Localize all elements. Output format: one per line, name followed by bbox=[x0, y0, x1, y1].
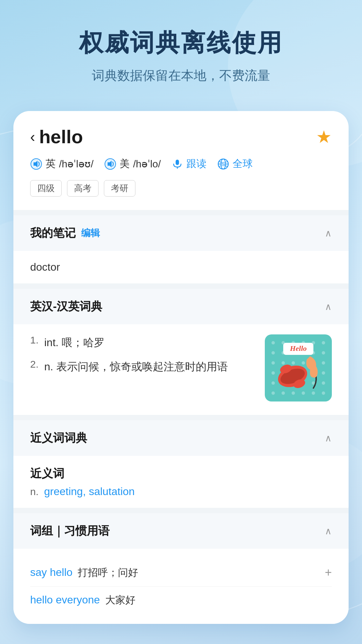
svg-point-27 bbox=[282, 361, 285, 365]
tags-row: 四级 高考 考研 bbox=[30, 180, 332, 197]
def-num-2: 2. bbox=[30, 359, 40, 370]
phrase-cn-1: 打招呼；问好 bbox=[78, 566, 138, 580]
pronunciation-row: 英 /həˈləʊ/ 美 /həˈlo/ 跟 bbox=[30, 157, 332, 171]
svg-point-47 bbox=[302, 391, 305, 395]
divider-4 bbox=[13, 508, 349, 513]
svg-point-31 bbox=[322, 361, 325, 365]
star-icon[interactable]: ★ bbox=[316, 127, 332, 147]
divider-3 bbox=[13, 415, 349, 420]
notes-section-header[interactable]: 我的笔记 编辑 ∧ bbox=[13, 215, 349, 251]
svg-point-14 bbox=[272, 341, 275, 344]
tag-kaoyan: 考研 bbox=[104, 180, 135, 197]
notes-section: 我的笔记 编辑 ∧ doctor bbox=[13, 215, 349, 283]
svg-point-48 bbox=[312, 391, 315, 395]
def-num-1: 1. bbox=[30, 334, 40, 346]
synonym-label: 近义词 bbox=[30, 466, 332, 481]
phrase-left-1: say hello 打招呼；问好 bbox=[30, 566, 138, 580]
follow-read[interactable]: 跟读 bbox=[172, 157, 206, 171]
svg-point-46 bbox=[292, 391, 295, 395]
synonym-words[interactable]: greeting, salutation bbox=[44, 485, 134, 497]
dictionary-section-header[interactable]: 英汉-汉英词典 ∧ bbox=[13, 289, 349, 324]
dictionary-content: 1. int. 喂；哈罗 2. n. 表示问候，惊奇或唤起注意时的用语 bbox=[13, 324, 349, 415]
svg-rect-7 bbox=[176, 160, 179, 165]
notes-content: doctor bbox=[13, 251, 349, 283]
synonyms-content: 近义词 n. greeting, salutation bbox=[13, 456, 349, 508]
british-speaker-icon bbox=[30, 158, 42, 170]
svg-point-20 bbox=[272, 351, 275, 355]
american-label: 美 bbox=[120, 157, 130, 171]
american-pronunciation[interactable]: 美 /həˈlo/ bbox=[104, 157, 161, 171]
synonyms-chevron: ∧ bbox=[325, 433, 332, 444]
note-text: doctor bbox=[30, 261, 60, 273]
global-label: 全球 bbox=[233, 157, 253, 171]
phrases-section: 词组｜习惯用语 ∧ say hello 打招呼；问好 + hello every… bbox=[13, 513, 349, 624]
svg-point-44 bbox=[272, 391, 275, 395]
divider-1 bbox=[13, 210, 349, 215]
synonyms-section-header[interactable]: 近义词词典 ∧ bbox=[13, 420, 349, 456]
dictionary-chevron: ∧ bbox=[325, 301, 332, 312]
phrase-left-2: hello everyone 大家好 bbox=[30, 593, 135, 607]
phrases-section-header[interactable]: 词组｜习惯用语 ∧ bbox=[13, 513, 349, 549]
global-item[interactable]: 全球 bbox=[217, 157, 253, 171]
svg-text:Hello: Hello bbox=[290, 344, 307, 353]
phrase-item-2: hello everyone 大家好 bbox=[30, 587, 332, 614]
dictionary-card: ‹ hello ★ 英 /həˈləʊ/ bbox=[13, 111, 349, 624]
svg-point-45 bbox=[282, 391, 285, 395]
british-label: 英 bbox=[46, 157, 56, 171]
top-section: 权威词典离线使用 词典数据保留在本地，不费流量 bbox=[0, 0, 362, 104]
def-text-1: int. 喂；哈罗 bbox=[44, 334, 105, 351]
phrase-item-1: say hello 打招呼；问好 + bbox=[30, 559, 332, 587]
notes-title-group: 我的笔记 编辑 bbox=[30, 225, 100, 241]
svg-point-42 bbox=[312, 381, 315, 385]
svg-point-28 bbox=[292, 361, 295, 365]
word-row: ‹ hello ★ bbox=[30, 126, 332, 148]
svg-point-29 bbox=[302, 361, 305, 365]
phrase-cn-2: 大家好 bbox=[105, 593, 135, 607]
definitions-list: 1. int. 喂；哈罗 2. n. 表示问候，惊奇或唤起注意时的用语 bbox=[30, 334, 258, 401]
synonyms-title: 近义词词典 bbox=[30, 430, 87, 446]
svg-point-26 bbox=[272, 361, 275, 365]
word-header: ‹ hello ★ 英 /həˈləʊ/ bbox=[13, 111, 349, 210]
svg-point-43 bbox=[322, 381, 325, 385]
dictionary-section: 英汉-汉英词典 ∧ 1. int. 喂；哈罗 2. n. 表示问候，惊奇或唤起注… bbox=[13, 289, 349, 415]
mic-icon bbox=[172, 158, 183, 170]
phrases-content: say hello 打招呼；问好 + hello everyone 大家好 bbox=[13, 549, 349, 624]
follow-read-label: 跟读 bbox=[186, 157, 206, 171]
hello-telephone-svg: Hello bbox=[266, 336, 330, 400]
back-icon[interactable]: ‹ bbox=[30, 128, 35, 145]
svg-point-38 bbox=[272, 381, 275, 385]
def-text-2: n. 表示问候，惊奇或唤起注意时的用语 bbox=[44, 359, 228, 375]
svg-point-25 bbox=[322, 351, 325, 355]
definition-1: 1. int. 喂；哈罗 bbox=[30, 334, 258, 351]
phrases-chevron: ∧ bbox=[325, 526, 332, 537]
svg-point-37 bbox=[322, 371, 325, 375]
american-speaker-icon bbox=[104, 158, 116, 170]
tag-cet4: 四级 bbox=[30, 180, 62, 197]
phrase-en-2[interactable]: hello everyone bbox=[30, 594, 100, 606]
subtitle: 词典数据保留在本地，不费流量 bbox=[20, 67, 342, 84]
hello-card-image: Hello bbox=[265, 334, 332, 401]
global-icon bbox=[217, 158, 229, 170]
dictionary-title: 英汉-汉英词典 bbox=[30, 299, 102, 314]
synonyms-section: 近义词词典 ∧ 近义词 n. greeting, salutation bbox=[13, 420, 349, 508]
phrase-en-1[interactable]: say hello bbox=[30, 566, 72, 579]
british-pronunciation[interactable]: 英 /həˈləʊ/ bbox=[30, 157, 94, 171]
definition-2: 2. n. 表示问候，惊奇或唤起注意时的用语 bbox=[30, 359, 258, 375]
word-text: hello bbox=[39, 126, 83, 148]
notes-title: 我的笔记 bbox=[30, 225, 76, 241]
svg-point-32 bbox=[272, 371, 275, 375]
svg-point-19 bbox=[322, 341, 325, 344]
svg-point-49 bbox=[322, 391, 325, 395]
notes-edit-btn[interactable]: 编辑 bbox=[81, 227, 100, 239]
main-title: 权威词典离线使用 bbox=[20, 27, 342, 59]
phrase-add-1[interactable]: + bbox=[325, 566, 332, 580]
synonym-words-row: n. greeting, salutation bbox=[30, 485, 332, 498]
phrases-title: 词组｜习惯用语 bbox=[30, 523, 110, 539]
american-phonetic: /həˈlo/ bbox=[133, 158, 161, 170]
tag-gaokao: 高考 bbox=[67, 180, 99, 197]
divider-2 bbox=[13, 283, 349, 289]
back-word-group: ‹ hello bbox=[30, 126, 83, 148]
british-phonetic: /həˈləʊ/ bbox=[59, 158, 94, 170]
synonym-pos: n. bbox=[30, 486, 39, 497]
notes-chevron: ∧ bbox=[325, 228, 332, 239]
